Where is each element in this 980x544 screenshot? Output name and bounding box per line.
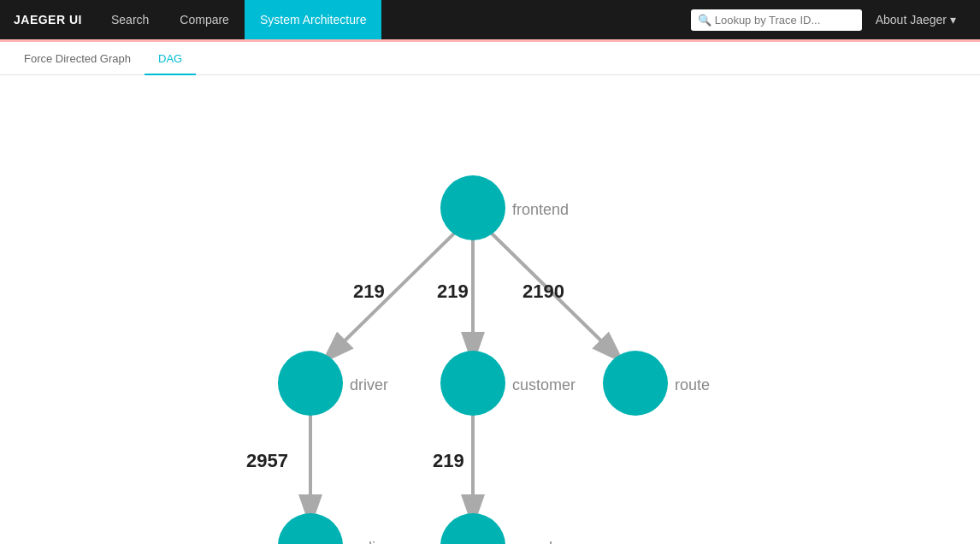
- nav-compare[interactable]: Compare: [164, 0, 245, 39]
- node-redis[interactable]: [278, 513, 343, 544]
- node-route[interactable]: [603, 351, 668, 416]
- edge-label-frontend-customer: 219: [437, 281, 469, 302]
- node-label-frontend: frontend: [512, 201, 569, 218]
- tab-force-directed[interactable]: Force Directed Graph: [10, 44, 145, 75]
- chevron-down-icon: ▾: [950, 13, 956, 27]
- node-label-driver: driver: [350, 376, 388, 393]
- node-customer[interactable]: [440, 351, 505, 416]
- tabs-bar: Force Directed Graph DAG: [0, 39, 980, 75]
- node-label-customer: customer: [512, 376, 576, 393]
- edge-label-customer-mysql: 219: [433, 450, 464, 471]
- navbar: JAEGER UI Search Compare System Architec…: [0, 0, 980, 39]
- node-label-redis: redis: [350, 539, 383, 544]
- trace-lookup-wrap: 🔍: [691, 9, 862, 31]
- brand-logo: JAEGER UI: [10, 13, 96, 27]
- nav-search[interactable]: Search: [96, 0, 164, 39]
- nav-system-architecture[interactable]: System Architecture: [245, 0, 382, 39]
- dag-canvas: 219 219 2190 2957 219 frontend driver cu…: [0, 75, 980, 544]
- node-frontend[interactable]: [440, 175, 505, 240]
- node-label-route: route: [675, 376, 710, 393]
- edge-label-driver-redis: 2957: [246, 450, 288, 471]
- node-mysql[interactable]: [440, 513, 505, 544]
- about-menu[interactable]: About Jaeger ▾: [862, 13, 970, 27]
- node-label-mysql: mysql: [512, 539, 552, 544]
- dag-svg: 219 219 2190 2957 219 frontend driver cu…: [0, 75, 980, 544]
- search-icon: 🔍: [698, 14, 711, 27]
- trace-lookup-input[interactable]: [691, 9, 862, 31]
- edge-label-frontend-route: 2190: [522, 281, 564, 302]
- tab-dag[interactable]: DAG: [145, 44, 196, 75]
- edge-label-frontend-driver: 219: [353, 281, 385, 302]
- about-label: About Jaeger: [876, 13, 947, 27]
- node-driver[interactable]: [278, 351, 343, 416]
